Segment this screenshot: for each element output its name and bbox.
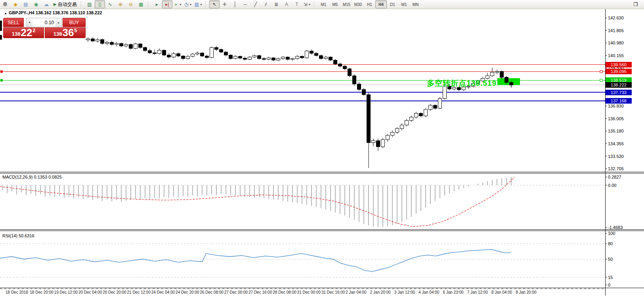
buy-button[interactable]: BUY [63, 18, 86, 27]
candle-body [210, 48, 214, 58]
new-order-button[interactable]: 单 [0, 0, 10, 8]
chart-annotation-text[interactable]: 多空转折点138.519 [404, 78, 497, 89]
horizontal-line-icon[interactable]: ─ [240, 0, 250, 8]
line-handle[interactable] [0, 70, 3, 73]
candle-body [267, 58, 271, 60]
macd-indicator-label: MACD(12,26,9) 0.1353 0.0825 [2, 175, 62, 179]
rsi-tick-label: 15 [608, 275, 613, 280]
crosshair-icon[interactable]: ✛ [220, 0, 230, 8]
chart-canvas[interactable] [0, 0, 644, 304]
auto-scroll-icon[interactable]: ▸ [152, 0, 162, 8]
bar-chart-icon[interactable]: ▥ [84, 0, 95, 8]
timeframe-button-w1[interactable]: W1 [398, 0, 410, 8]
toolbar-separator [80, 1, 83, 8]
indicators-icon[interactable]: ＋▼ [172, 0, 183, 8]
templates-icon[interactable]: ▨▼ [193, 0, 204, 8]
line-handle[interactable] [0, 79, 3, 81]
timeframe-button-h4[interactable]: H4 [375, 0, 387, 8]
time-axis-label: 24 Dec 20:00 [176, 290, 199, 294]
chevron-down-icon[interactable]: ▼ [200, 3, 203, 6]
zoom-in-icon[interactable]: ⊕ [115, 0, 126, 8]
periods-icon[interactable]: ◷▼ [183, 0, 193, 8]
timeframe-button-m15[interactable]: M15 [341, 0, 352, 8]
candle-body [424, 110, 428, 116]
text-label-icon[interactable]: T [292, 0, 302, 8]
line-handle[interactable] [600, 79, 602, 81]
macd-signal-line [0, 177, 514, 227]
chart-shift-icon[interactable]: ▸| [162, 0, 172, 8]
price-line-badge: 139.095 [606, 69, 632, 74]
candle-body [148, 50, 152, 53]
candle-body [391, 132, 394, 135]
channel-icon[interactable]: ⫽ [261, 0, 271, 8]
timeframe-button-d1[interactable]: D1 [387, 0, 398, 8]
candle-body [120, 43, 123, 46]
candle-body [286, 57, 290, 60]
cloud-icon[interactable]: ☁ [41, 0, 52, 8]
buy-price-prefix: 138 [54, 31, 62, 37]
candle-body [410, 117, 413, 120]
market-window-icon[interactable]: ▤ [21, 0, 31, 8]
tile-windows-icon[interactable]: ▦ [136, 0, 146, 8]
price-tick-label: 136.005 [608, 116, 624, 121]
price-tick-label: 141.805 [608, 28, 624, 33]
zoom-out-icon[interactable]: ⊖ [126, 0, 136, 8]
volume-increase-button[interactable]: ▲ [55, 18, 61, 27]
candle-body [134, 44, 138, 48]
candle-body [172, 54, 176, 57]
buy-price-sup: 5 [74, 28, 77, 33]
timeframe-button-h1[interactable]: H1 [364, 0, 375, 8]
chart-title-marker-icon: ▲ [4, 12, 7, 15]
buy-price-big: 36 [63, 28, 74, 38]
candle-body [239, 56, 242, 58]
candle-body [491, 72, 494, 76]
line-chart-icon[interactable]: ∿ [105, 0, 115, 8]
vertical-line-icon[interactable]: │ [230, 0, 240, 8]
fibonacci-icon[interactable]: ≣ [271, 0, 281, 8]
candle-body [376, 140, 380, 146]
candle-body [357, 84, 361, 90]
cursor-icon[interactable]: ↖ [209, 0, 220, 8]
main-toolbar: 单 ◆▤◉☁ ▶ 自动交易 ▥▯∿⊕⊖▦ ▸▸| ＋▼◷▼▨▼ ↖✛│─╱⫽≣A… [0, 0, 644, 9]
arrows-icon[interactable]: ⇲▼ [302, 0, 312, 8]
candle-body [124, 44, 128, 46]
chevron-down-icon[interactable]: ▼ [189, 3, 192, 6]
trendline-icon[interactable]: ╱ [250, 0, 261, 8]
candle-body [253, 56, 256, 57]
timeframe-button-m30[interactable]: M30 [352, 0, 364, 8]
chevron-down-icon[interactable]: ▼ [308, 3, 311, 6]
sell-price-button[interactable]: 138 22 2 [3, 27, 44, 38]
timeframe-button-m5[interactable]: M5 [329, 0, 341, 8]
time-axis-label: 18 Dec 2018 [6, 290, 28, 294]
chevron-down-icon[interactable]: ▼ [179, 3, 182, 6]
highlight-rectangle[interactable] [497, 78, 520, 85]
window-icon[interactable]: ❐ [631, 0, 641, 8]
line-handle[interactable] [600, 70, 602, 73]
price-line-badge: 137.168 [606, 98, 632, 104]
autotrade-button[interactable]: ▶ 自动交易 [52, 0, 79, 8]
candlestick-chart-icon[interactable]: ▯ [95, 0, 105, 8]
candle-body [510, 83, 513, 85]
candle-body [329, 57, 333, 60]
time-axis-label: 31 Dec 00:00 [297, 290, 321, 294]
signals-icon[interactable]: ◉ [31, 0, 41, 8]
timeframe-button-mn[interactable]: MN [410, 0, 421, 8]
metaeditor-icon[interactable]: ◆ [10, 0, 21, 8]
text-icon[interactable]: A [281, 0, 292, 8]
candle-body [115, 43, 118, 44]
timeframe-button-m1[interactable]: M1 [318, 0, 329, 8]
one-click-trading-panel: SELL ▼ ▲ BUY 138 22 2 138 36 5 [3, 18, 86, 38]
volume-decrease-button[interactable]: ▼ [27, 18, 32, 27]
chart-title: ▲GBPJPY-,H4 138.162 138.376 138.110 138.… [4, 10, 102, 15]
volume-input[interactable] [32, 18, 55, 27]
sell-button[interactable]: SELL [3, 18, 24, 27]
candle-body [415, 114, 418, 117]
toolbar-separator [314, 1, 317, 8]
candle-body [234, 56, 237, 59]
candle-body [281, 57, 285, 59]
candle-body [405, 121, 409, 125]
buy-price-button[interactable]: 138 36 5 [45, 27, 86, 38]
candle-body [162, 50, 166, 55]
price-tick-label: 133.530 [608, 154, 624, 159]
price-tick-label: 134.355 [608, 141, 624, 146]
